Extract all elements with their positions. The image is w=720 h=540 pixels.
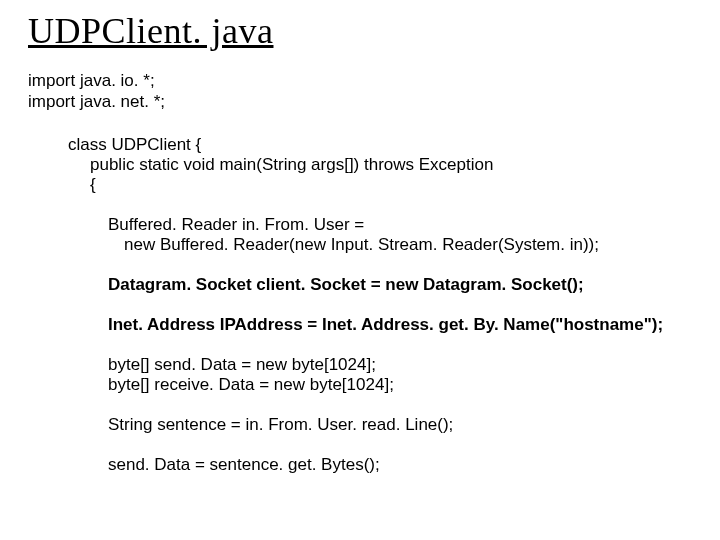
bufferedreader-new: new Buffered. Reader(new Input. Stream. … xyxy=(68,235,692,255)
slide: UDPClient. java import java. io. *; impo… xyxy=(0,0,720,475)
recvdata-decl: byte[] receive. Data = new byte[1024]; xyxy=(68,375,692,395)
datagramsocket-decl: Datagram. Socket client. Socket = new Da… xyxy=(68,275,692,295)
code-block: class UDPClient { public static void mai… xyxy=(68,135,692,476)
getbytes-call: send. Data = sentence. get. Bytes(); xyxy=(68,455,692,475)
senddata-decl: byte[] send. Data = new byte[1024]; xyxy=(68,355,692,375)
open-brace: { xyxy=(68,175,692,195)
import-line: import java. net. *; xyxy=(28,91,692,112)
inetaddress-decl: Inet. Address IPAddress = Inet. Address.… xyxy=(68,315,692,335)
imports-block: import java. io. *; import java. net. *; xyxy=(28,70,692,113)
slide-title: UDPClient. java xyxy=(28,10,692,52)
class-declaration: class UDPClient { xyxy=(68,135,692,155)
main-signature: public static void main(String args[]) t… xyxy=(68,155,692,175)
bufferedreader-decl: Buffered. Reader in. From. User = xyxy=(68,215,692,235)
readline-call: String sentence = in. From. User. read. … xyxy=(68,415,692,435)
import-line: import java. io. *; xyxy=(28,70,692,91)
